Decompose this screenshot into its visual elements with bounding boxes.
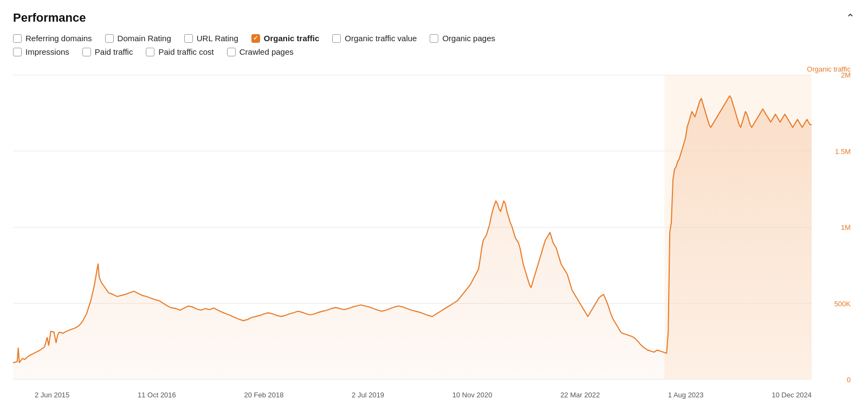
filter-domain-rating[interactable]: Domain Rating bbox=[105, 34, 171, 43]
filter-label-organic-traffic-value: Organic traffic value bbox=[345, 34, 417, 43]
filter-paid-traffic[interactable]: Paid traffic bbox=[82, 47, 133, 56]
filter-paid-traffic-cost[interactable]: Paid traffic cost bbox=[146, 47, 213, 56]
checkbox-domain-rating[interactable] bbox=[105, 34, 114, 43]
performance-panel: Performance ⌃ Referring domainsDomain Ra… bbox=[0, 0, 868, 399]
checkbox-organic-traffic-value[interactable] bbox=[332, 34, 341, 43]
filter-organic-pages[interactable]: Organic pages bbox=[430, 34, 495, 43]
checkbox-organic-traffic[interactable] bbox=[251, 34, 260, 43]
filter-label-paid-traffic: Paid traffic bbox=[95, 47, 133, 56]
y-axis-label-1m: 1M bbox=[841, 223, 851, 231]
filter-row-2: ImpressionsPaid trafficPaid traffic cost… bbox=[13, 47, 855, 56]
checkbox-crawled-pages[interactable] bbox=[227, 48, 236, 56]
chart-fill bbox=[13, 96, 812, 379]
chart-svg bbox=[13, 75, 812, 379]
x-label-6: 1 Aug 2023 bbox=[668, 391, 704, 399]
filter-label-domain-rating: Domain Rating bbox=[118, 34, 171, 43]
filter-referring-domains[interactable]: Referring domains bbox=[13, 34, 92, 43]
checkbox-paid-traffic-cost[interactable] bbox=[146, 48, 154, 56]
filter-url-rating[interactable]: URL Rating bbox=[184, 34, 238, 43]
x-axis-labels: 2 Jun 201511 Oct 201620 Feb 20182 Jul 20… bbox=[35, 391, 812, 399]
filter-organic-traffic-value[interactable]: Organic traffic value bbox=[332, 34, 417, 43]
filter-controls: Referring domainsDomain RatingURL Rating… bbox=[13, 34, 855, 56]
x-label-4: 10 Nov 2020 bbox=[452, 391, 493, 399]
x-label-1: 11 Oct 2016 bbox=[138, 391, 176, 399]
checkbox-impressions[interactable] bbox=[13, 48, 22, 56]
x-label-7: 10 Dec 2024 bbox=[772, 391, 812, 399]
checkbox-referring-domains[interactable] bbox=[13, 34, 22, 43]
filter-label-url-rating: URL Rating bbox=[197, 34, 238, 43]
y-axis-label-0: 0 bbox=[847, 376, 851, 384]
chart-area: Organic traffic bbox=[13, 64, 855, 399]
panel-title: Performance bbox=[13, 11, 86, 25]
y-axis-label-500k: 500K bbox=[834, 299, 851, 307]
filter-label-impressions: Impressions bbox=[25, 47, 69, 56]
x-label-3: 2 Jul 2019 bbox=[352, 391, 384, 399]
checkbox-paid-traffic[interactable] bbox=[82, 48, 91, 56]
filter-row-1: Referring domainsDomain RatingURL Rating… bbox=[13, 34, 855, 43]
filter-label-paid-traffic-cost: Paid traffic cost bbox=[158, 47, 213, 56]
checkbox-organic-pages[interactable] bbox=[430, 34, 438, 43]
filter-impressions[interactable]: Impressions bbox=[13, 47, 69, 56]
collapse-icon[interactable]: ⌃ bbox=[846, 11, 855, 24]
x-label-2: 20 Feb 2018 bbox=[244, 391, 283, 399]
filter-label-organic-pages: Organic pages bbox=[442, 34, 495, 43]
chart-wrapper: Organic traffic bbox=[13, 64, 855, 399]
filter-label-crawled-pages: Crawled pages bbox=[239, 47, 294, 56]
filter-organic-traffic[interactable]: Organic traffic bbox=[251, 34, 320, 43]
y-axis-label-1-5m: 1.5M bbox=[835, 147, 851, 155]
filter-crawled-pages[interactable]: Crawled pages bbox=[227, 47, 294, 56]
panel-header: Performance ⌃ bbox=[13, 11, 855, 25]
x-label-5: 22 Mar 2022 bbox=[560, 391, 600, 399]
checkbox-url-rating[interactable] bbox=[184, 34, 193, 43]
filter-label-organic-traffic: Organic traffic bbox=[264, 34, 320, 43]
x-label-0: 2 Jun 2015 bbox=[35, 391, 69, 399]
filter-label-referring-domains: Referring domains bbox=[25, 34, 92, 43]
y-axis-label-2m: 2M bbox=[841, 71, 851, 79]
